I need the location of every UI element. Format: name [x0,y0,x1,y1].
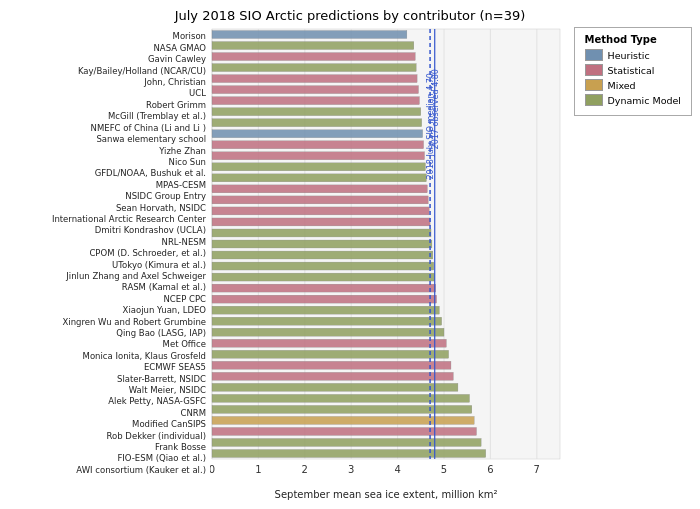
svg-rect-54 [212,229,431,237]
svg-rect-48 [212,196,428,204]
svg-rect-76 [212,350,449,358]
y-axis-label: MPAS-CESM [4,179,206,190]
y-axis-label: Monica Ionita, Klaus Grosfeld [4,350,206,361]
svg-text:5: 5 [441,464,447,475]
svg-rect-82 [212,383,458,391]
legend-title: Method Type [585,34,681,45]
chart-title: July 2018 SIO Arctic predictions by cont… [0,0,700,27]
svg-rect-24 [212,64,416,72]
svg-rect-34 [212,119,422,127]
svg-rect-36 [212,130,423,138]
legend-swatch [585,64,603,76]
plot-area: 01234567September mean sea ice extent, m… [210,27,700,504]
svg-rect-56 [212,240,432,248]
y-axis-label: NCEP CPC [4,293,206,304]
y-axis-label: Dmitri Kondrashov (UCLA) [4,225,206,236]
svg-text:0: 0 [210,464,215,475]
y-axis-label: CNRM [4,407,206,418]
svg-rect-72 [212,328,444,336]
legend-label: Heuristic [608,50,650,61]
y-axis-label: Walt Meier, NSIDC [4,385,206,396]
svg-text:2017 observed 4.80: 2017 observed 4.80 [431,69,440,149]
y-axis-label: Modified CanSIPS [4,419,206,430]
svg-rect-52 [212,218,430,226]
y-axis-label: Robert Grimm [4,99,206,110]
svg-rect-78 [212,361,451,369]
y-axis-label: NRL-NESM [4,236,206,247]
svg-text:2: 2 [302,464,308,475]
svg-text:7: 7 [534,464,540,475]
svg-rect-28 [212,86,418,94]
svg-rect-84 [212,394,470,402]
y-axis-label: GFDL/NOAA, Bushuk et al. [4,168,206,179]
legend-label: Statistical [608,65,655,76]
y-axis-label: Sanwa elementary school [4,134,206,145]
y-axis-label: Rob Dekker (individual) [4,430,206,441]
svg-rect-32 [212,108,421,116]
y-axis-label: Xingren Wu and Robert Grumbine [4,316,206,327]
y-axis-label: NASA GMAO [4,42,206,53]
y-axis-label: Slater-Barrett, NSIDC [4,373,206,384]
svg-rect-50 [212,207,429,215]
legend-swatch [585,79,603,91]
legend-label: Mixed [608,80,636,91]
svg-text:1: 1 [255,464,261,475]
y-axis-label: UCL [4,88,206,99]
svg-rect-22 [212,53,415,61]
svg-rect-30 [212,97,419,105]
chart-area: MorisonNASA GMAOGavin CawleyKay/Bailey/H… [0,27,700,504]
svg-rect-62 [212,273,435,281]
y-axis-label: Morison [4,31,206,42]
y-axis-label: Alek Petty, NASA-GSFC [4,396,206,407]
svg-text:4: 4 [394,464,400,475]
y-axis-label: John, Christian [4,77,206,88]
y-axis-label: Sean Horvath, NSIDC [4,202,206,213]
y-axis-label: Nico Sun [4,156,206,167]
legend-item: Dynamic Model [585,94,681,106]
y-axis-label: AWI consortium (Kauker et al.) [4,464,206,475]
legend-item: Statistical [585,64,681,76]
svg-text:September mean sea ice extent,: September mean sea ice extent, million k… [275,489,498,500]
y-axis-label: Xiaojun Yuan, LDEO [4,305,206,316]
y-axis-label: Kay/Bailey/Holland (NCAR/CU) [4,65,206,76]
y-axis-label: Yizhe Zhan [4,145,206,156]
y-labels: MorisonNASA GMAOGavin CawleyKay/Bailey/H… [0,27,210,504]
y-axis-label: International Arctic Research Center [4,214,206,225]
svg-rect-40 [212,152,425,160]
legend-items: HeuristicStatisticalMixedDynamic Model [585,49,681,106]
svg-rect-42 [212,163,425,171]
svg-rect-74 [212,339,446,347]
y-axis-label: NSIDC Group Entry [4,191,206,202]
svg-rect-20 [212,42,414,50]
svg-rect-60 [212,262,434,270]
svg-rect-46 [212,185,427,193]
svg-rect-38 [212,141,424,149]
legend-label: Dynamic Model [608,95,681,106]
svg-rect-90 [212,427,476,435]
svg-rect-58 [212,251,433,259]
y-axis-label: UTokyo (Kimura et al.) [4,259,206,270]
svg-rect-18 [212,31,407,39]
svg-text:3: 3 [348,464,354,475]
y-axis-label: NMEFC of China (Li and Li ) [4,122,206,133]
y-axis-label: ECMWF SEAS5 [4,362,206,373]
svg-text:6: 6 [487,464,493,475]
y-axis-label: RASM (Kamal et al.) [4,282,206,293]
y-axis-label: McGill (Tremblay et al.) [4,111,206,122]
y-axis-label: Jinlun Zhang and Axel Schweiger [4,271,206,282]
svg-rect-44 [212,174,426,182]
y-axis-label: Qing Bao (LASG, IAP) [4,328,206,339]
svg-rect-66 [212,295,437,303]
legend-item: Mixed [585,79,681,91]
svg-rect-64 [212,284,436,292]
svg-rect-80 [212,372,453,380]
y-axis-label: CPOM (D. Schroeder, et al.) [4,248,206,259]
y-axis-label: FIO-ESM (Qiao et al.) [4,453,206,464]
y-axis-label: Frank Bosse [4,442,206,453]
svg-rect-26 [212,75,417,83]
svg-rect-68 [212,306,439,314]
chart-container: July 2018 SIO Arctic predictions by cont… [0,0,700,509]
legend: Method Type HeuristicStatisticalMixedDyn… [574,27,692,116]
y-axis-label: Gavin Cawley [4,54,206,65]
svg-rect-94 [212,450,486,458]
